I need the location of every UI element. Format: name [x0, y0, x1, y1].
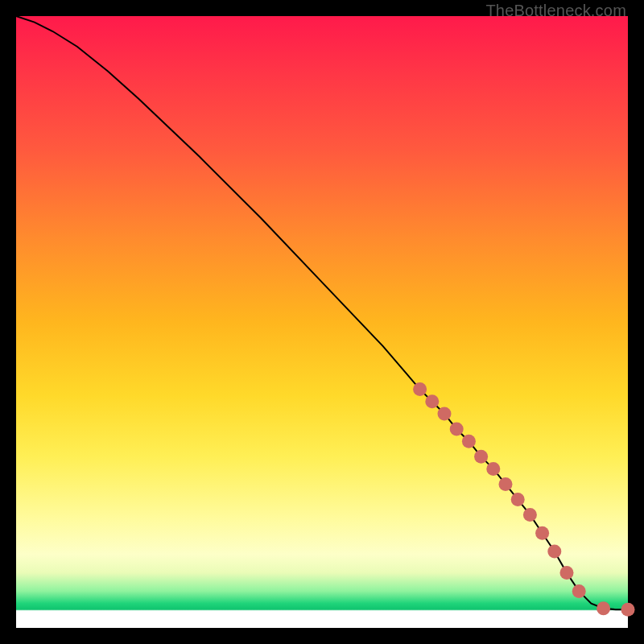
data-marker	[560, 566, 574, 580]
chart-frame: TheBottleneck.com	[0, 0, 644, 644]
data-marker	[547, 545, 561, 559]
data-marker	[486, 462, 500, 476]
data-marker	[597, 601, 610, 615]
data-marker	[425, 394, 439, 408]
data-marker	[413, 382, 427, 396]
data-marker	[511, 493, 525, 506]
data-marker	[474, 450, 488, 464]
data-marker	[462, 435, 476, 448]
bottleneck-curve	[16, 16, 628, 609]
data-marker	[523, 508, 537, 522]
data-marker	[450, 423, 464, 436]
chart-svg	[16, 16, 628, 628]
data-marker	[438, 407, 452, 421]
data-marker	[499, 477, 513, 491]
marker-layer	[413, 382, 634, 617]
plot-area	[16, 16, 628, 628]
data-marker	[572, 584, 586, 598]
data-marker	[621, 603, 635, 617]
data-marker	[535, 526, 549, 540]
